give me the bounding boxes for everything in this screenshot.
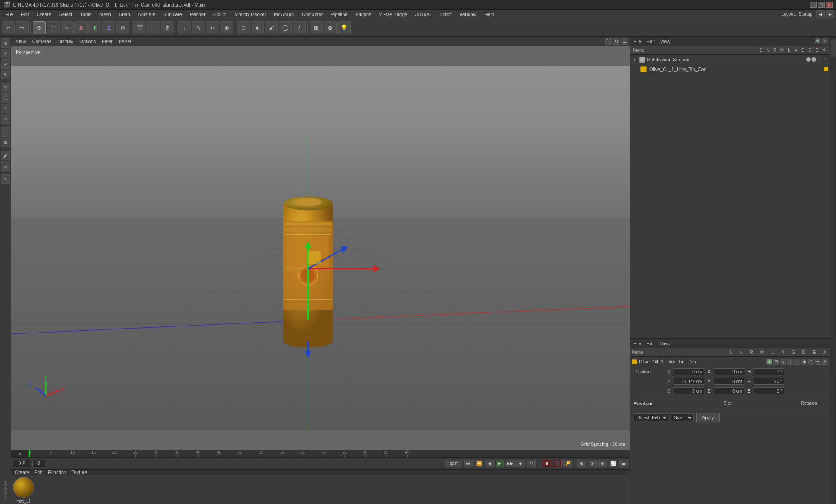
menu-mograph[interactable]: MoGraph	[270, 11, 297, 18]
record-btn[interactable]: ⏺	[543, 460, 551, 467]
goto-end-btn[interactable]: ⏭	[516, 460, 525, 467]
om-search-btn[interactable]: 🔍	[815, 38, 821, 44]
menu-select[interactable]: Select	[56, 11, 76, 18]
vp-filter-menu[interactable]: Filter	[99, 38, 115, 44]
mat-texture-menu[interactable]: Texture	[70, 470, 89, 475]
menu-vray-bridge[interactable]: V-Ray Bridge	[376, 11, 411, 18]
play-forward-btn[interactable]: ▶	[496, 460, 504, 467]
sidebar-select-btn[interactable]: ⊙	[1, 38, 10, 48]
layout-right-btn[interactable]: ▶	[826, 10, 834, 18]
grid-button[interactable]: ⊞	[310, 21, 323, 34]
light-button[interactable]: 💡	[337, 21, 351, 34]
am-tag-btn-0[interactable]: ◉	[766, 359, 772, 365]
y-axis-button[interactable]: Y	[88, 21, 101, 34]
menu-edit[interactable]: Edit	[17, 11, 33, 18]
scale-tool-button[interactable]: ⤡	[192, 21, 205, 34]
om-view-menu[interactable]: View	[658, 39, 672, 44]
mat-function-menu[interactable]: Function	[46, 470, 68, 475]
mat-edit-menu[interactable]: Edit	[33, 470, 44, 475]
goto-start-btn[interactable]: ⏮	[464, 460, 473, 467]
render-button[interactable]: 🎥	[147, 21, 160, 34]
menu-sculpt[interactable]: Sculpt	[210, 11, 230, 18]
x-axis-button[interactable]: X	[74, 21, 88, 34]
timeline-options-btn[interactable]: ⊗	[598, 460, 607, 467]
om-status-dot-0[interactable]	[812, 57, 816, 62]
vp-display-menu[interactable]: Display	[55, 38, 76, 44]
sidebar-sculpt-btn[interactable]: ⌂	[1, 161, 10, 171]
sculpt-mode-button[interactable]: ◯	[279, 21, 292, 34]
sidebar-measure-btn[interactable]: $	[1, 138, 10, 147]
am-size-z-input[interactable]	[714, 387, 744, 394]
sidebar-paint-btn[interactable]: 🖌	[1, 151, 10, 160]
om-status-green-0[interactable]	[806, 57, 811, 62]
sidebar-spline-btn[interactable]: ∿	[1, 174, 10, 184]
sidebar-edge-btn[interactable]: ⬡	[1, 93, 10, 103]
sidebar-move-btn[interactable]: ✛	[1, 49, 10, 58]
close-button[interactable]: ✕	[826, 2, 833, 8]
texture-mode-button[interactable]: ◈	[251, 21, 264, 34]
am-pos-y-input[interactable]	[674, 378, 704, 385]
sidebar-polygon-btn[interactable]: ▽	[1, 83, 10, 92]
am-size-x-input[interactable]	[714, 368, 744, 375]
maximize-button[interactable]: □	[818, 2, 825, 8]
am-size-y-input[interactable]	[714, 378, 744, 385]
am-pos-z-input[interactable]	[674, 387, 704, 394]
am-coord-mode-dropdown[interactable]: Object (Rel) World Local	[634, 413, 668, 421]
am-size-mode-dropdown[interactable]: Size Scale	[671, 413, 694, 421]
dope-sheet-btn[interactable]: ☰	[619, 460, 628, 467]
am-apply-button[interactable]: Apply	[696, 413, 720, 422]
expand-arrow-0[interactable]: ▶	[634, 57, 637, 62]
am-tag-btn-5[interactable]: ◆	[801, 359, 807, 365]
vp-maximize-btn[interactable]: ⛶	[605, 38, 612, 45]
object-mode-button[interactable]: □	[237, 21, 250, 34]
vp-lock-btn[interactable]: ☰	[621, 38, 628, 45]
am-tag-btn-7[interactable]: ☰	[815, 359, 821, 365]
snap-button[interactable]: ⊗	[324, 21, 337, 34]
vp-cameras-menu[interactable]: Cameras	[30, 38, 54, 44]
polygon-pen-button[interactable]: ✏	[61, 21, 74, 34]
world-coords-button[interactable]: ⊞	[116, 21, 129, 34]
am-tag-btn-3[interactable]: |	[787, 359, 793, 365]
om-row-olive-can[interactable]: Olive_Oil_1_Litre_Tin_Can	[630, 64, 830, 74]
menu-create[interactable]: Create	[34, 11, 55, 18]
loop-btn[interactable]: ↻	[527, 460, 536, 467]
transform-tool-button[interactable]: ⊕	[220, 21, 233, 34]
frame-offset-input[interactable]	[32, 460, 45, 467]
layout-left-btn[interactable]: ◀	[816, 10, 825, 18]
am-rot-h-input[interactable]	[754, 368, 784, 375]
material-thumb-0[interactable]	[13, 477, 34, 498]
curve-editor-btn[interactable]: 📈	[609, 460, 617, 467]
am-view-menu[interactable]: View	[658, 341, 672, 346]
om-file-menu[interactable]: File	[632, 39, 643, 44]
om-check-btn[interactable]: ✓	[822, 38, 828, 44]
redo-button[interactable]: ↪	[16, 21, 29, 34]
am-object-row[interactable]: Olive_Oil_1_Litre_Tin_Can ◉ ⊞ ≡ | → ◆ ⊙ …	[630, 357, 830, 366]
viewport-3d[interactable]: X Y Z Perspective Grid Spacing : 10 cm	[11, 46, 630, 450]
am-edit-menu[interactable]: Edit	[645, 341, 657, 346]
om-edit-menu[interactable]: Edit	[645, 39, 657, 44]
sidebar-ruler-btn[interactable]: ╌	[1, 127, 10, 137]
am-pos-x-input[interactable]	[674, 368, 704, 375]
mat-create-menu[interactable]: Create	[13, 470, 31, 475]
minimize-button[interactable]: ─	[810, 2, 817, 8]
am-tag-btn-2[interactable]: ≡	[780, 359, 786, 365]
undo-button[interactable]: ↩	[2, 21, 15, 34]
vp-options-menu[interactable]: Options	[77, 38, 98, 44]
om-x-0[interactable]: ✓	[823, 57, 828, 62]
am-rot-b-input[interactable]	[754, 387, 784, 394]
menu-snap[interactable]: Snap	[115, 11, 134, 18]
vp-view-menu[interactable]: View	[13, 38, 29, 44]
menu-help[interactable]: Help	[481, 11, 498, 18]
am-tag-btn-6[interactable]: ⊙	[808, 359, 814, 365]
am-rot-p-input[interactable]	[754, 378, 784, 385]
om-dot-1[interactable]	[824, 67, 828, 71]
sidebar-object-btn[interactable]: ○	[1, 114, 10, 124]
autokey-btn[interactable]: ⚫	[553, 460, 562, 467]
snap-time-btn[interactable]: ⊙	[588, 460, 597, 467]
am-tag-btn-8[interactable]: H	[822, 359, 828, 365]
sidebar-rotate-btn[interactable]: ↻	[1, 70, 10, 79]
live-selection-button[interactable]: ⊙	[33, 21, 46, 34]
menu-animate[interactable]: Animate	[135, 11, 159, 18]
menu-pipeline[interactable]: Pipeline	[327, 11, 351, 18]
key-btn[interactable]: 🔑	[563, 460, 572, 467]
